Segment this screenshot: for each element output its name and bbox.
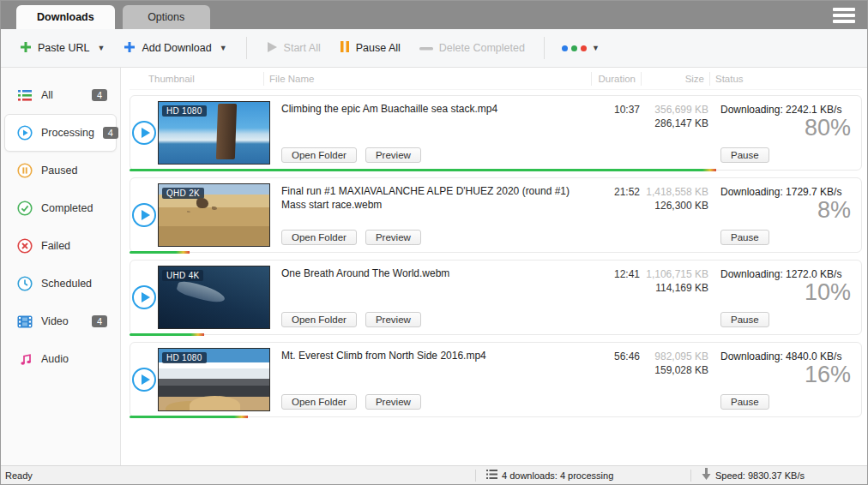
- video-thumbnail: HD 1080: [158, 101, 270, 165]
- progress-bar: [130, 416, 248, 418]
- plus-icon: [20, 41, 32, 56]
- pause-icon: [340, 40, 350, 56]
- open-folder-button[interactable]: Open Folder: [281, 147, 357, 163]
- sidebar-item-video[interactable]: Video 4: [4, 302, 117, 340]
- sidebar-item-processing[interactable]: Processing 4: [4, 114, 117, 152]
- download-row[interactable]: HD 1080 Mt. Everest Climb from North Sid…: [130, 342, 862, 417]
- status-ready: Ready: [1, 470, 475, 481]
- preview-button[interactable]: Preview: [365, 394, 421, 410]
- sidebar-item-label: Video: [41, 315, 83, 327]
- video-thumbnail: QHD 2K: [158, 183, 270, 247]
- minus-icon: [419, 42, 433, 54]
- download-row[interactable]: QHD 2K Final run #1 MAXIAVALANCHE ALPE D…: [130, 177, 862, 253]
- paste-url-label: Paste URL: [38, 42, 89, 54]
- start-all-button[interactable]: Start All: [259, 36, 328, 61]
- blue-dot-icon: [562, 45, 568, 51]
- film-icon: [17, 314, 33, 329]
- download-status: Downloading: 2242.1 KB/s: [720, 104, 851, 116]
- column-header-status[interactable]: Status: [709, 72, 862, 86]
- list-icon: [486, 470, 497, 481]
- open-folder-button[interactable]: Open Folder: [281, 394, 357, 410]
- x-circle-icon: [17, 238, 33, 254]
- play-button[interactable]: [132, 203, 156, 227]
- download-arrow-icon: [702, 468, 711, 482]
- file-name: Climbing the epic Am Buachaille sea stac…: [281, 103, 583, 117]
- sidebar-item-audio[interactable]: Audio: [4, 340, 117, 378]
- preview-button[interactable]: Preview: [365, 147, 421, 163]
- open-folder-button[interactable]: Open Folder: [281, 312, 357, 327]
- play-button[interactable]: [132, 368, 156, 392]
- delete-completed-label: Delete Completed: [439, 42, 525, 54]
- sidebar-item-label: Failed: [41, 240, 107, 252]
- play-button[interactable]: [132, 285, 156, 309]
- open-folder-button[interactable]: Open Folder: [281, 230, 357, 245]
- download-row[interactable]: HD 1080 Climbing the epic Am Buachaille …: [130, 95, 862, 171]
- file-name: Mt. Everest Climb from North Side 2016.m…: [281, 350, 583, 363]
- menu-hamburger-icon[interactable]: [833, 6, 859, 25]
- size-downloaded: 159,028 KB: [640, 364, 708, 376]
- count-badge: 4: [92, 315, 107, 327]
- play-circle-icon: [17, 125, 33, 141]
- progress-bar: [130, 333, 204, 336]
- play-icon: [142, 128, 150, 138]
- column-header-thumbnail[interactable]: Thumbnail: [130, 74, 263, 84]
- pause-button[interactable]: Pause: [720, 230, 769, 245]
- add-download-button[interactable]: Add Download ▼: [117, 36, 233, 61]
- sidebar-item-label: Scheduled: [41, 278, 107, 290]
- column-header-size[interactable]: Size: [641, 72, 709, 86]
- music-note-icon: [17, 351, 33, 367]
- pause-all-button[interactable]: Pause All: [333, 35, 407, 61]
- count-badge: 4: [92, 89, 107, 101]
- sidebar-item-scheduled[interactable]: Scheduled: [4, 265, 117, 302]
- statusbar: Ready 4 downloads: 4 processing Speed: 9…: [1, 465, 867, 484]
- quality-badge: QHD 2K: [162, 188, 204, 199]
- quality-badge: HD 1080: [162, 352, 207, 363]
- sidebar-item-label: Processing: [41, 127, 94, 139]
- sidebar-item-all[interactable]: All 4: [4, 76, 117, 114]
- download-row[interactable]: UHD 4K One Breath Around The World.webm …: [130, 260, 862, 335]
- download-status: Downloading: 1272.0 KB/s: [720, 268, 851, 280]
- progress-percent: 16%: [720, 362, 851, 388]
- sidebar-item-completed[interactable]: Completed: [4, 189, 117, 227]
- chevron-down-icon: ▼: [592, 44, 600, 52]
- sidebar-item-label: Completed: [41, 202, 107, 214]
- chevron-down-icon[interactable]: ▼: [97, 44, 105, 52]
- progress-bar: [130, 169, 716, 171]
- size-total: 1,106,715 KB: [640, 268, 708, 280]
- play-icon: [142, 210, 150, 220]
- green-dot-icon: [571, 45, 577, 51]
- column-header-file-name[interactable]: File Name: [263, 72, 591, 86]
- tab-downloads[interactable]: Downloads: [16, 5, 115, 29]
- download-status: Downloading: 4840.0 KB/s: [720, 350, 851, 362]
- sidebar-item-label: Paused: [41, 165, 107, 177]
- plus-icon: [124, 41, 136, 56]
- quality-badge: HD 1080: [162, 105, 207, 117]
- pause-button[interactable]: Pause: [720, 394, 769, 410]
- sidebar: All 4 Processing 4 Paused Completed Fail…: [1, 68, 121, 465]
- downloads-summary-label: 4 downloads: 4 processing: [502, 470, 613, 481]
- pause-button[interactable]: Pause: [720, 147, 769, 163]
- pause-button[interactable]: Pause: [720, 312, 769, 327]
- paste-url-button[interactable]: Paste URL ▼: [13, 36, 112, 61]
- delete-completed-button[interactable]: Delete Completed: [413, 37, 532, 59]
- list-icon: [17, 87, 33, 103]
- more-actions-button[interactable]: ▼: [557, 39, 605, 57]
- play-button[interactable]: [132, 121, 156, 145]
- sidebar-item-paused[interactable]: Paused: [4, 152, 117, 189]
- chevron-down-icon[interactable]: ▼: [220, 44, 227, 52]
- progress-percent: 10%: [720, 280, 851, 306]
- sidebar-item-failed[interactable]: Failed: [4, 227, 117, 265]
- play-icon: [142, 374, 150, 385]
- progress-percent: 80%: [720, 116, 851, 141]
- column-header-duration[interactable]: Duration: [591, 72, 641, 86]
- status-downloads-summary: 4 downloads: 4 processing: [476, 470, 690, 481]
- status-speed: Speed: 9830.37 KB/s: [691, 468, 867, 482]
- file-name: Final run #1 MAXIAVALANCHE ALPE D'HUEZ 2…: [281, 185, 583, 212]
- toolbar-separator: [246, 37, 247, 59]
- count-badge: 4: [103, 127, 118, 139]
- tab-options[interactable]: Options: [123, 5, 210, 29]
- preview-button[interactable]: Preview: [365, 230, 421, 245]
- table-header: Thumbnail File Name Duration Size Status: [130, 68, 862, 90]
- preview-button[interactable]: Preview: [365, 312, 421, 327]
- file-name: One Breath Around The World.webm: [281, 267, 583, 281]
